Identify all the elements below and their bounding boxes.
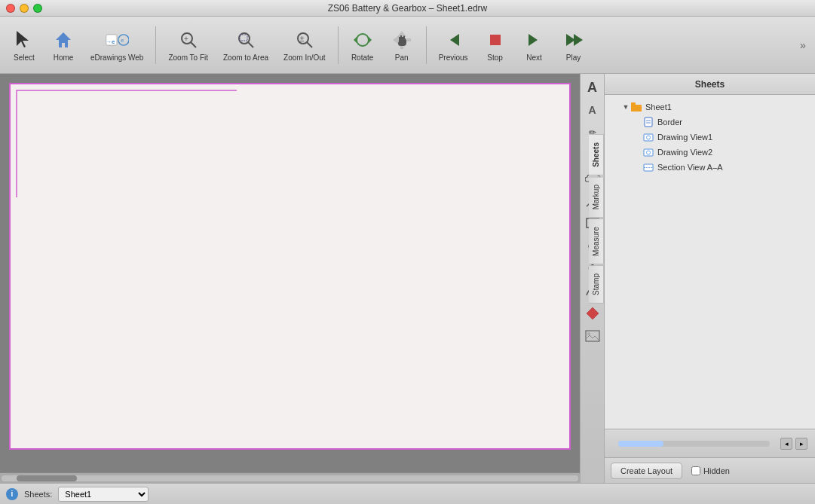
title-bar: ZS06 Battery & Gearbox – Sheet1.edrw [0, 0, 815, 17]
svg-rect-254 [644, 134, 653, 141]
sheets-panel: Sheets ▼ Sheet1 Border [604, 74, 815, 483]
svg-rect-256 [644, 149, 653, 156]
previous-icon [441, 28, 465, 52]
tree-item-section-view-aa[interactable]: Section View A–A [609, 160, 810, 175]
markup-panel-tab[interactable]: Markup [589, 176, 604, 218]
svg-rect-249 [631, 105, 642, 111]
overflow-button[interactable]: » [797, 26, 809, 64]
select-tool[interactable]: Select [6, 25, 42, 65]
svg-line-6 [191, 42, 196, 47]
edrawings-web-tool[interactable]: →e e eDrawings Web [84, 25, 149, 65]
zoom-in-out-label: Zoom In/Out [283, 53, 326, 62]
dv2-expand [633, 148, 642, 157]
close-button[interactable] [6, 4, 15, 13]
zoom-to-fit-icon: + [176, 28, 201, 52]
rotate-label: Rotate [351, 53, 373, 62]
play-icon [562, 28, 586, 52]
sheet-folder-icon [630, 101, 642, 113]
svg-rect-250 [631, 102, 636, 105]
zoom-in-out-tool[interactable]: ± Zoom In/Out [277, 25, 332, 65]
stop-tool[interactable]: Stop [477, 25, 513, 65]
svg-marker-18 [529, 34, 538, 46]
select-icon [12, 28, 36, 52]
drawing-area: ITEM NO. QTY Number DESCRIPTION 117.5DS-… [0, 74, 580, 483]
svg-text:+: + [184, 35, 188, 43]
pan-tool[interactable]: Pan [384, 25, 420, 65]
sheets-tree: ▼ Sheet1 Border Drawing Vie [605, 95, 815, 429]
minimize-button[interactable] [20, 4, 29, 13]
panel-actions: Create Layout Hidden [605, 457, 815, 483]
drawing-canvas[interactable]: ITEM NO. QTY Number DESCRIPTION 117.5DS-… [0, 74, 580, 472]
measure-panel-tab[interactable]: Measure [589, 218, 604, 264]
edrawings-web-icon: →e e [105, 28, 129, 52]
svg-text:±: ± [299, 34, 304, 43]
sheets-panel-header: Sheets [605, 74, 815, 95]
right-toolbar: A A ✏ A ⊕ ✚ Sheets Markup Measure [580, 74, 604, 483]
border-expand [633, 118, 642, 127]
previous-tool[interactable]: Previous [433, 25, 474, 65]
sheets-title: Sheets [695, 79, 725, 90]
sheets-bar-label: Sheets: [24, 490, 52, 499]
play-tool[interactable]: Play [556, 25, 592, 65]
status-icon: i [6, 488, 18, 500]
panel-scrollbar[interactable] [618, 441, 770, 447]
svg-marker-0 [17, 31, 29, 47]
text-tool-a-large[interactable]: A [582, 77, 603, 98]
previous-label: Previous [439, 53, 468, 62]
home-label: Home [54, 53, 74, 62]
section-view-aa-label: Section View A–A [657, 163, 723, 172]
zoom-to-fit-label: Zoom To Fit [168, 53, 208, 62]
tree-item-sheet1[interactable]: ▼ Sheet1 [609, 99, 810, 115]
svg-text:e: e [121, 38, 124, 44]
text-tool-a-medium[interactable]: A [582, 99, 603, 121]
separator-2 [338, 26, 339, 64]
h-scrollbar-thumb[interactable] [17, 475, 77, 481]
svg-marker-15 [354, 37, 357, 43]
play-label: Play [566, 53, 581, 62]
panel-navigation: ◂ ▸ [780, 438, 807, 450]
sheets-select[interactable]: Sheet1 [58, 487, 149, 502]
hidden-checkbox-container: Hidden [691, 466, 730, 475]
panel-nav-left[interactable]: ◂ [780, 438, 792, 450]
window-controls[interactable] [6, 4, 42, 13]
maximize-button[interactable] [33, 4, 42, 13]
drawing-view1-label: Drawing View1 [657, 133, 712, 142]
main-content: ITEM NO. QTY Number DESCRIPTION 117.5DS-… [0, 74, 815, 483]
home-icon [51, 28, 75, 52]
next-tool[interactable]: Next [516, 25, 553, 65]
drawing-view2-icon [642, 146, 654, 158]
next-label: Next [526, 53, 542, 62]
dv1-expand [633, 133, 642, 142]
stamp-panel-tab[interactable]: Stamp [589, 265, 604, 304]
tree-item-drawing-view1[interactable]: Drawing View1 [609, 130, 810, 145]
svg-rect-17 [490, 35, 501, 45]
svg-text:→e: →e [106, 38, 115, 45]
window-title: ZS06 Battery & Gearbox – Sheet1.edrw [328, 3, 487, 14]
border-doc-icon [642, 116, 654, 128]
home-tool[interactable]: Home [45, 25, 81, 65]
panel-nav-right[interactable]: ▸ [795, 438, 807, 450]
toolbar-overflow[interactable]: » [797, 26, 809, 64]
hidden-checkbox-input[interactable] [691, 466, 700, 475]
sheets-panel-tab[interactable]: Sheets [589, 134, 604, 176]
drawing-paper: ITEM NO. QTY Number DESCRIPTION 117.5DS-… [9, 83, 571, 450]
diamond-tool[interactable] [582, 303, 603, 324]
svg-line-12 [307, 42, 312, 47]
svg-rect-10 [240, 35, 247, 41]
zoom-to-area-tool[interactable]: Zoom to Area [217, 25, 274, 65]
create-layout-button[interactable]: Create Layout [611, 463, 682, 479]
panel-scroll-thumb[interactable] [618, 441, 663, 447]
svg-line-9 [248, 42, 253, 47]
sheet1-label: Sheet1 [645, 102, 672, 111]
drawing-view1-icon [642, 131, 654, 143]
image-tool[interactable] [582, 325, 603, 347]
svg-rect-251 [645, 118, 652, 127]
section-view-icon [642, 161, 654, 173]
zoom-to-fit-tool[interactable]: + Zoom To Fit [162, 25, 214, 65]
rotate-tool[interactable]: Rotate [345, 25, 381, 65]
hidden-label: Hidden [703, 466, 730, 475]
tree-item-border[interactable]: Border [609, 115, 810, 130]
drawing-scrollbar[interactable] [0, 472, 580, 483]
h-scrollbar-track[interactable] [2, 475, 578, 481]
tree-item-drawing-view2[interactable]: Drawing View2 [609, 145, 810, 160]
